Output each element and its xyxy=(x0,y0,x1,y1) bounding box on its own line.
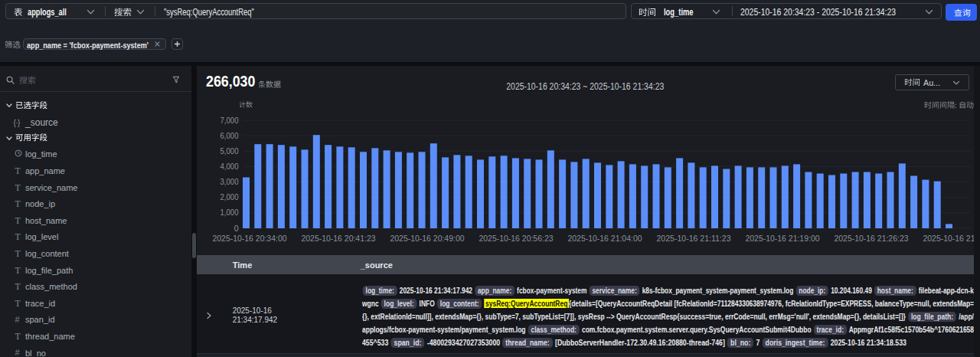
svg-text:2025-10-16 20:49:00: 2025-10-16 20:49:00 xyxy=(390,234,465,243)
svg-text:2025-10-16 21:34:23: 2025-10-16 21:34:23 xyxy=(923,234,975,243)
svg-text:1,000: 1,000 xyxy=(220,208,239,217)
svg-text:2025-10-16 20:34:00: 2025-10-16 20:34:00 xyxy=(213,234,287,243)
svg-text:4,000: 4,000 xyxy=(220,162,239,171)
svg-text:2025-10-16 20:41:23: 2025-10-16 20:41:23 xyxy=(302,234,376,243)
svg-text:7,000: 7,000 xyxy=(220,116,239,125)
svg-text:2025-10-16 21:19:00: 2025-10-16 21:19:00 xyxy=(746,234,820,243)
svg-text:2,000: 2,000 xyxy=(220,192,239,201)
svg-text:2025-10-16 21:04:00: 2025-10-16 21:04:00 xyxy=(568,234,642,243)
svg-text:2025-10-16 21:26:23: 2025-10-16 21:26:23 xyxy=(835,234,909,243)
svg-text:2025-10-16 20:56:23: 2025-10-16 20:56:23 xyxy=(479,234,554,243)
svg-text:0: 0 xyxy=(234,224,239,233)
svg-text:6,000: 6,000 xyxy=(220,131,239,140)
svg-text:5,000: 5,000 xyxy=(220,146,239,156)
svg-text:3,000: 3,000 xyxy=(220,177,239,186)
svg-text:2025-10-16 21:11:23: 2025-10-16 21:11:23 xyxy=(657,234,731,243)
